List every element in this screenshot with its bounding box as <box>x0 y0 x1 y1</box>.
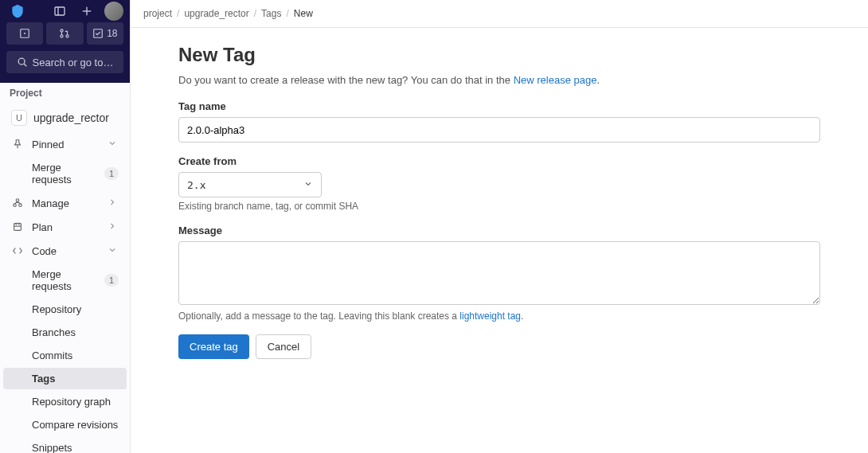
breadcrumb-sep: / <box>254 8 256 19</box>
sidebar-label: Repository <box>32 303 119 315</box>
nav-section-title: Project <box>0 83 130 103</box>
svg-rect-15 <box>14 224 22 231</box>
sidebar-label: Plan <box>32 221 100 233</box>
sidebar-item-plan[interactable]: Plan <box>3 216 127 238</box>
svg-point-14 <box>19 204 22 207</box>
chevron-right-icon <box>108 221 119 233</box>
code-icon <box>11 244 24 257</box>
sidebar-label: Tags <box>32 373 119 385</box>
lightweight-tag-link[interactable]: lightweight tag <box>459 310 521 322</box>
sidebar-item-commits[interactable]: Commits <box>3 345 127 366</box>
sidebar-item-snippets[interactable]: Snippets <box>3 437 127 453</box>
svg-point-12 <box>16 199 19 202</box>
create-from-label: Create from <box>178 155 820 167</box>
topbar <box>0 0 130 22</box>
sidebar-label: Merge requests <box>32 268 96 292</box>
breadcrumb-sep: / <box>286 8 288 19</box>
create-from-hint: Existing branch name, tag, or commit SHA <box>178 201 820 212</box>
project-avatar: U <box>11 110 27 126</box>
new-release-link[interactable]: New release page <box>514 74 597 86</box>
action-bar: 18 <box>0 22 130 51</box>
sidebar-label: Repository graph <box>32 396 119 408</box>
message-hint: Optionally, add a message to the tag. Le… <box>178 310 820 322</box>
breadcrumb-project[interactable]: upgrade_rector <box>184 8 248 19</box>
sidebar-label: Manage <box>32 197 100 209</box>
tag-name-input[interactable] <box>178 117 820 143</box>
svg-point-8 <box>66 35 68 37</box>
svg-point-13 <box>14 204 17 207</box>
sidebar-item-repository-graph[interactable]: Repository graph <box>3 391 127 412</box>
sidebar-label: Commits <box>32 350 119 361</box>
avatar[interactable] <box>104 2 123 21</box>
chevron-down-icon <box>108 245 119 257</box>
svg-point-7 <box>61 35 63 37</box>
sidebar-item-manage[interactable]: Manage <box>3 192 127 214</box>
sidebar-item-repository[interactable]: Repository <box>3 299 127 320</box>
svg-point-10 <box>18 58 25 64</box>
sidebar-item-merge-requests[interactable]: Merge requests 1 <box>3 264 127 297</box>
svg-point-5 <box>25 33 25 34</box>
project-name: upgrade_rector <box>33 111 109 124</box>
svg-rect-0 <box>55 7 65 15</box>
mr-badge: 1 <box>104 274 119 287</box>
breadcrumb: project / upgrade_rector / Tags / New <box>131 0 868 28</box>
sidebar-label: Code <box>32 245 100 257</box>
sidebar-item-code[interactable]: Code <box>3 240 127 262</box>
breadcrumb-current: New <box>294 8 313 19</box>
sidebar-label: Compare revisions <box>32 419 119 431</box>
message-textarea[interactable] <box>178 241 820 305</box>
breadcrumb-tags[interactable]: Tags <box>261 8 281 19</box>
sidebar-item-tags[interactable]: Tags <box>3 368 127 389</box>
tag-name-label: Tag name <box>178 100 820 112</box>
sidebar-item-branches[interactable]: Branches <box>3 322 127 343</box>
logo-icon[interactable] <box>8 2 27 21</box>
message-label: Message <box>178 225 820 236</box>
manage-icon <box>11 197 24 209</box>
page-subtitle: Do you want to create a release with the… <box>178 74 820 86</box>
todo-count: 18 <box>107 28 117 39</box>
search-button[interactable]: Search or go to… <box>6 51 123 73</box>
todo-button[interactable]: 18 <box>87 22 123 45</box>
plan-icon <box>11 221 24 233</box>
cancel-button[interactable]: Cancel <box>256 334 311 359</box>
plus-icon[interactable] <box>76 0 98 22</box>
sidebar-label: Branches <box>32 326 119 338</box>
mr-badge: 1 <box>104 167 119 180</box>
chevron-down-icon <box>303 179 313 191</box>
sidebar-toggle-icon[interactable] <box>49 0 71 22</box>
svg-rect-9 <box>94 29 103 38</box>
sidebar-label: Merge requests <box>32 162 96 185</box>
chevron-down-icon <box>108 139 119 150</box>
svg-point-6 <box>61 29 63 32</box>
chevron-right-icon <box>108 197 119 209</box>
page-title: New Tag <box>178 44 820 66</box>
create-tag-button[interactable]: Create tag <box>178 334 249 359</box>
create-from-select[interactable]: 2.x <box>178 172 322 197</box>
breadcrumb-sep: / <box>177 8 179 19</box>
create-from-value: 2.x <box>187 179 205 191</box>
search-label: Search or go to… <box>33 57 114 68</box>
mr-button[interactable] <box>46 22 83 45</box>
sidebar-label: Pinned <box>32 139 100 150</box>
pin-icon <box>11 138 24 150</box>
project-item[interactable]: U upgrade_rector <box>3 105 127 131</box>
issues-button[interactable] <box>6 22 43 45</box>
sidebar-item-pinned[interactable]: Pinned <box>3 133 127 155</box>
breadcrumb-root[interactable]: project <box>143 8 172 19</box>
sidebar-label: Snippets <box>32 442 119 453</box>
sidebar-item-compare[interactable]: Compare revisions <box>3 414 127 435</box>
sidebar-item-merge-requests-pinned[interactable]: Merge requests 1 <box>3 157 127 190</box>
svg-line-11 <box>24 64 26 66</box>
